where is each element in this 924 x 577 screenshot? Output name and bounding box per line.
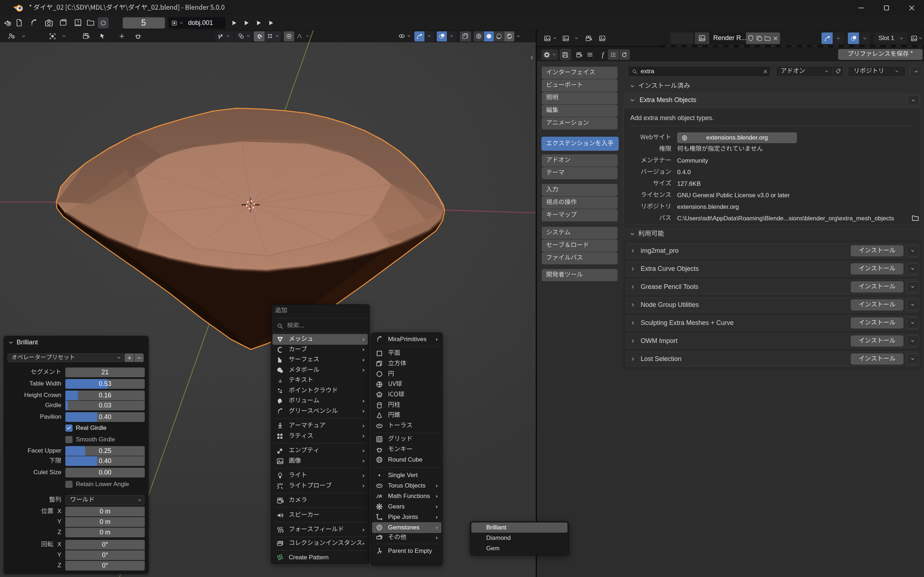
svg-text:f: f (602, 51, 604, 58)
svg-text:?: ? (77, 20, 79, 24)
svg-text:a: a (279, 377, 281, 384)
